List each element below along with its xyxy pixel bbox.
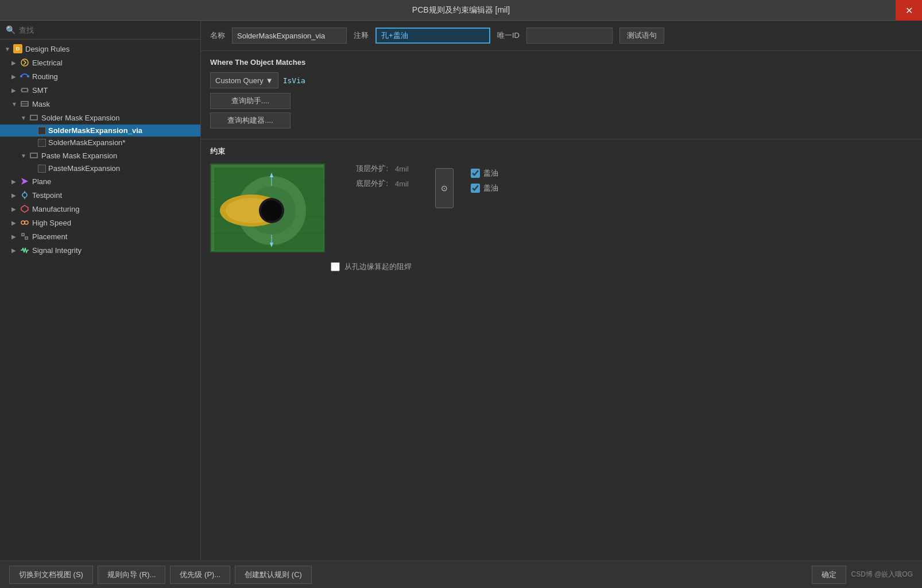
dropdown-arrow-icon: ▼: [266, 76, 273, 85]
watermark: CSD博 @嵌入哦OG: [851, 570, 913, 579]
window-title: PCB规则及约束编辑器 [mil]: [412, 5, 510, 15]
smt-icon: [20, 85, 30, 95]
constraints-content: 顶层外扩: 4mil 底层外扩: 4mil ⊙ 盖油: [210, 163, 913, 252]
expand-arrow: ▶: [11, 247, 20, 254]
search-input[interactable]: [19, 26, 195, 34]
main-container: 🔍 ▼ D Design Rules ▶ Electrical: [0, 21, 922, 560]
query-type-dropdown[interactable]: Custom Query ▼: [210, 72, 278, 88]
switch-view-button[interactable]: 切换到文档视图 (S): [9, 566, 93, 584]
bot-mask-checkbox-row: 盖油: [471, 183, 498, 193]
tree-item-high-speed[interactable]: ▶ High Speed: [0, 216, 200, 229]
highspeed-icon: [20, 217, 30, 228]
placement-icon: [20, 231, 30, 242]
testpoint-icon: [20, 190, 30, 200]
bot-exp-value: 4mil: [395, 180, 424, 188]
tree-label: Electrical: [32, 59, 63, 67]
test-button[interactable]: 测试语句: [619, 28, 664, 44]
comment-input[interactable]: [375, 28, 490, 44]
bot-exp-row: 底层外扩: 4mil: [342, 178, 424, 189]
constraints-title: 约束: [210, 146, 913, 157]
tree-label: SMT: [32, 86, 48, 95]
tree-item-electrical[interactable]: ▶ Electrical: [0, 56, 200, 69]
svg-point-15: [25, 221, 28, 224]
expand-arrow: ▼: [21, 115, 29, 121]
tree-item-paste-mask[interactable]: ▼ Paste Mask Expansion: [0, 149, 200, 162]
pcb-svg: [211, 165, 325, 252]
tree-item-soldermask-via[interactable]: SolderMaskExpansion_via: [0, 124, 200, 137]
sidebar: 🔍 ▼ D Design Rules ▶ Electrical: [0, 21, 201, 560]
where-section: Where The Object Matches Custom Query ▼ …: [201, 51, 922, 139]
search-bar: 🔍: [0, 21, 200, 40]
create-default-button[interactable]: 创建默认规则 (C): [235, 566, 312, 584]
uid-input[interactable]: [526, 28, 613, 44]
from-edge-checkbox[interactable]: [331, 262, 340, 271]
bot-mask-label: 盖油: [483, 183, 498, 193]
svg-rect-18: [25, 237, 28, 239]
close-button[interactable]: ✕: [896, 0, 922, 21]
dropdown-label: Custom Query: [215, 76, 264, 85]
expand-arrow: ▶: [11, 73, 20, 80]
svg-point-10: [22, 193, 27, 197]
bot-mask-checkbox[interactable]: [471, 184, 480, 193]
paste-mask-icon: [29, 150, 39, 161]
expand-arrow: ▶: [11, 87, 20, 94]
tree-item-placement[interactable]: ▶ Placement: [0, 229, 200, 243]
svg-rect-17: [22, 233, 24, 236]
tree-label: Plane: [32, 177, 51, 186]
tree-item-pastemask[interactable]: PasteMaskExpansion: [0, 162, 200, 174]
tree-item-manufacturing[interactable]: ▶ Manufacturing: [0, 202, 200, 216]
pcb-preview: [210, 163, 325, 252]
tree-label: Placement: [32, 232, 67, 241]
where-controls: Custom Query ▼ IsVia: [210, 72, 913, 88]
checkbox-icon: [38, 139, 46, 147]
checkbox-icon: [38, 165, 46, 173]
constraints-section: 约束: [201, 139, 922, 560]
tree-item-mask[interactable]: ▼ Mask: [0, 97, 200, 111]
expand-arrow: ▶: [11, 178, 20, 185]
link-button[interactable]: ⊙: [435, 168, 454, 208]
where-title: Where The Object Matches: [210, 58, 913, 67]
rule-header: 名称 注释 唯一ID 测试语句: [201, 21, 922, 51]
routing-icon: [20, 71, 30, 81]
tree-item-signal-integrity[interactable]: ▶ Signal Integrity: [0, 243, 200, 257]
expand-arrow: ▶: [11, 60, 20, 66]
tree-label: Manufacturing: [32, 205, 79, 213]
checkbox-icon: [38, 127, 46, 135]
top-exp-row: 顶层外扩: 4mil: [342, 163, 424, 174]
title-bar: PCB规则及约束编辑器 [mil] ✕: [0, 0, 922, 21]
svg-rect-3: [22, 88, 28, 92]
name-input[interactable]: [232, 28, 347, 44]
query-builder-button[interactable]: 查询构建器....: [210, 112, 290, 128]
tree-label: Signal Integrity: [32, 246, 82, 255]
tree-item-smt[interactable]: ▶ SMT: [0, 83, 200, 97]
expand-arrow: ▶: [11, 220, 20, 226]
bottom-right-buttons: 确定 CSD博 @嵌入哦OG: [812, 566, 913, 584]
priority-button[interactable]: 优先级 (P)...: [170, 566, 230, 584]
expand-arrow: ▶: [11, 233, 20, 240]
tree-label: SolderMaskExpansion_via: [48, 126, 142, 135]
top-mask-checkbox[interactable]: [471, 169, 480, 178]
tree-item-soldermask-star[interactable]: SolderMaskExpansion*: [0, 137, 200, 149]
tree-item-testpoint[interactable]: ▶ Testpoint: [0, 188, 200, 202]
confirm-button[interactable]: 确定: [812, 566, 846, 584]
bottom-left-buttons: 切换到文档视图 (S) 规则向导 (R)... 优先级 (P)... 创建默认规…: [9, 566, 312, 584]
rule-wizard-button[interactable]: 规则向导 (R)...: [98, 566, 166, 584]
mask-checkboxes: 盖油 盖油: [471, 168, 498, 193]
tree-item-solder-mask[interactable]: ▼ Solder Mask Expansion: [0, 111, 200, 124]
tree-item-routing[interactable]: ▶ Routing: [0, 69, 200, 83]
constraint-values: 顶层外扩: 4mil 底层外扩: 4mil: [342, 163, 424, 189]
svg-point-14: [21, 221, 25, 224]
tree-label: Testpoint: [32, 191, 62, 200]
tree-item-design-rules[interactable]: ▼ D Design Rules: [0, 42, 200, 56]
svg-point-2: [27, 75, 29, 77]
tree-item-plane[interactable]: ▶ Plane: [0, 174, 200, 188]
link-icon: ⊙: [441, 184, 448, 193]
tree-label: PasteMaskExpansion: [48, 164, 120, 173]
tree-label: Paste Mask Expansion: [41, 151, 117, 160]
query-helper-button[interactable]: 查询助手....: [210, 93, 290, 109]
query-text: IsVia: [283, 76, 305, 85]
svg-point-0: [21, 59, 28, 66]
svg-rect-8: [30, 115, 37, 120]
search-icon: 🔍: [6, 25, 16, 34]
uid-label: 唯一ID: [497, 30, 520, 41]
